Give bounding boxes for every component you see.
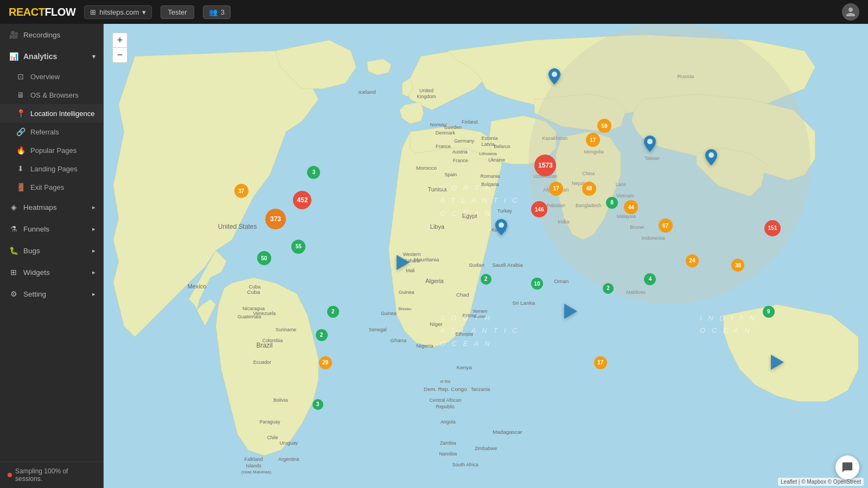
svg-text:Paraguay: Paraguay [259,419,280,425]
map-marker-circle[interactable]: 2 [481,274,492,285]
sidebar-item-heatmaps[interactable]: ◈ Heatmaps ▸ [0,196,103,218]
map-marker-pin[interactable] [644,136,656,154]
sidebar-item-funnels[interactable]: ⚗ Funnels ▸ [0,218,103,240]
svg-text:Namibia: Namibia [439,451,457,457]
map-marker-circle[interactable]: 67 [659,219,673,233]
svg-text:Kazakhstan: Kazakhstan [542,136,568,141]
logo-flow: FLOW [44,6,75,18]
svg-text:Central African: Central African [430,397,462,403]
svg-text:Egypt: Egypt [462,213,477,219]
map-marker-circle[interactable]: 17 [549,182,563,196]
team-count: 3 [221,8,225,16]
svg-text:Republic: Republic [436,404,455,409]
sidebar-item-bugs[interactable]: 🐛 Bugs ▸ [0,240,103,261]
map-marker-play[interactable] [562,304,577,321]
map-container[interactable]: United States Brazil Mexico Cuba Algeria… [104,24,868,488]
map-marker-pin[interactable] [548,68,560,87]
site-selector[interactable]: ⊞ hitsteps.com ▾ [84,5,152,19]
sidebar-item-analytics[interactable]: 📊 Analytics ▾ [0,46,103,67]
map-marker-circle[interactable]: 17 [586,133,600,147]
map-marker-circle[interactable]: 50 [257,251,271,265]
svg-text:Sudan: Sudan [474,314,486,319]
sidebar-item-popular-pages[interactable]: 🔥 Popular Pages [0,141,103,159]
sidebar-item-location[interactable]: 📍 Location Intelligence [0,104,103,123]
exit-icon: 🚪 [16,183,25,191]
svg-text:Colombia: Colombia [262,338,283,343]
svg-text:Cuba: Cuba [249,284,260,290]
map-marker-circle[interactable]: 29 [319,356,332,369]
map-marker-circle[interactable]: 2 [327,306,339,318]
widgets-chevron: ▸ [92,269,95,276]
map-marker-circle[interactable]: 2 [603,283,614,294]
exit-pages-label: Exit Pages [30,183,64,191]
avatar[interactable] [842,3,859,21]
map-attribution: Leaflet | © Mapbox © OpenStreet [778,478,864,486]
map-marker-circle[interactable]: 38 [731,259,744,272]
map-marker-circle[interactable]: 37 [234,184,248,198]
map-marker-circle[interactable]: 10 [531,278,543,290]
svg-text:Uruguay: Uruguay [279,440,298,446]
svg-text:Germany: Germany [454,138,474,144]
chat-widget[interactable] [835,455,859,479]
map-marker-circle[interactable]: 8 [606,197,618,209]
popular-icon: 🔥 [16,146,25,155]
map-marker-circle[interactable]: 48 [582,182,596,196]
svg-text:United States: United States [218,223,257,230]
svg-text:Bulgaria: Bulgaria [481,182,499,187]
map-marker-circle[interactable]: 55 [291,240,305,254]
map-marker-circle[interactable]: 59 [597,119,611,133]
map-marker-pin[interactable] [705,149,717,168]
svg-text:Finland: Finland [462,119,477,125]
svg-text:Austria: Austria [452,149,468,155]
map-marker-circle[interactable]: 373 [265,209,286,229]
map-marker-circle[interactable]: 24 [686,254,699,267]
map-marker-circle[interactable]: 44 [624,200,638,214]
map-marker-circle[interactable]: 2 [316,329,328,341]
setting-chevron: ▸ [92,291,95,298]
svg-marker-99 [397,255,410,270]
svg-text:France: France [453,158,468,163]
funnels-label: Funnels [23,225,49,233]
bugs-icon: 🐛 [9,246,18,255]
svg-text:Bolivia: Bolivia [273,397,288,403]
video-icon: 🎥 [9,30,18,39]
map-marker-play[interactable] [769,355,784,372]
referrals-icon: 🔗 [16,127,25,136]
zoom-out-button[interactable]: − [112,48,127,63]
sidebar-item-referrals[interactable]: 🔗 Referrals [0,123,103,141]
svg-point-96 [647,139,653,144]
sidebar-item-os-browsers[interactable]: 🖥 OS & Browsers [0,86,103,104]
user-badge[interactable]: Tester [161,5,194,19]
team-badge[interactable]: 👥 3 [203,5,231,19]
map-marker-circle[interactable]: 1573 [534,155,556,176]
map-marker-pin[interactable] [495,219,507,237]
location-label: Location Intelligence [30,110,95,118]
recordings-label: Recordings [23,31,60,39]
sidebar-item-widgets[interactable]: ⊞ Widgets ▸ [0,261,103,283]
map-marker-circle[interactable]: 9 [763,306,775,318]
svg-text:(Islas Malvinas): (Islas Malvinas) [241,470,272,474]
svg-text:Kingdom: Kingdom [417,94,436,99]
sidebar-item-setting[interactable]: ⚙ Setting ▸ [0,283,103,305]
map-marker-circle[interactable]: 146 [531,201,547,217]
svg-point-97 [499,222,504,228]
sidebar-item-overview[interactable]: ⊡ Overview [0,67,103,86]
map-marker-circle[interactable]: 17 [594,356,607,369]
svg-text:Libya: Libya [430,223,445,230]
svg-text:Cuba: Cuba [247,289,260,295]
svg-text:Bangladesh: Bangladesh [576,203,601,208]
map-marker-circle[interactable]: 452 [293,191,311,209]
sidebar-item-recordings[interactable]: 🎥 Recordings [0,24,103,46]
svg-text:Nigeria: Nigeria [416,343,433,349]
sidebar-item-landing-pages[interactable]: ⬇ Landing Pages [0,159,103,178]
svg-text:Vietnam: Vietnam [616,194,634,199]
map-marker-play[interactable] [394,255,410,272]
zoom-in-button[interactable]: + [112,33,127,48]
map-marker-circle[interactable]: 4 [644,273,656,285]
sidebar-item-exit-pages[interactable]: 🚪 Exit Pages [0,178,103,196]
map-marker-circle[interactable]: 151 [764,220,781,236]
map-marker-circle[interactable]: 3 [312,399,323,410]
world-map-svg: United States Brazil Mexico Cuba Algeria… [104,24,868,488]
svg-text:Pakistan: Pakistan [547,203,565,208]
map-marker-circle[interactable]: 3 [307,166,320,179]
